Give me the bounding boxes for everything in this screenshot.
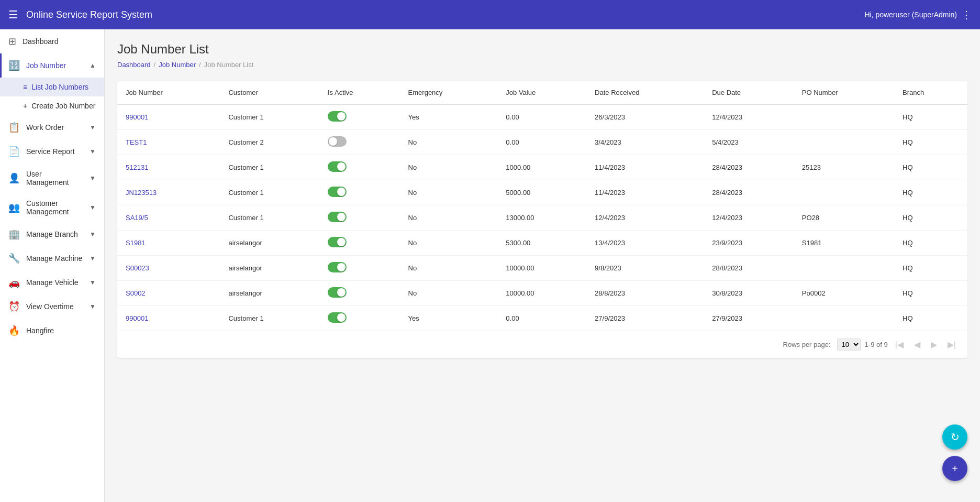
chevron-up-icon: ▲ — [90, 62, 96, 69]
job-number-link[interactable]: TEST1 — [126, 138, 147, 146]
due-date-cell: 28/8/2023 — [704, 256, 794, 281]
due-date-cell: 12/4/2023 — [704, 205, 794, 231]
pagination-range: 1-9 of 9 — [865, 341, 888, 348]
job-number-link[interactable]: JN123513 — [126, 189, 157, 197]
emergency-cell: No — [400, 155, 498, 180]
job-value-cell: 5000.00 — [497, 180, 586, 205]
sidebar-item-service-report[interactable]: 📄 Service Report ▼ — [0, 139, 104, 163]
job-number-link[interactable]: S1981 — [126, 239, 146, 247]
layout: ⊞ Dashboard 🔢 Job Number ▲ ≡ List Job Nu… — [0, 29, 980, 502]
topbar: ☰ Online Service Report System Hi, power… — [0, 0, 980, 29]
chevron-down-icon: ▼ — [90, 303, 96, 310]
is-active-toggle[interactable] — [328, 312, 347, 323]
col-date-received: Date Received — [586, 81, 704, 104]
sidebar-item-label: Service Report — [26, 147, 75, 156]
manage-branch-icon: 🏢 — [8, 228, 20, 240]
is-active-toggle[interactable] — [328, 237, 347, 247]
sidebar-item-work-order[interactable]: 📋 Work Order ▼ — [0, 115, 104, 139]
is-active-cell — [319, 104, 400, 130]
is-active-toggle[interactable] — [328, 136, 347, 147]
pagination-last-button[interactable]: ▶| — [944, 337, 959, 352]
sidebar-item-manage-branch[interactable]: 🏢 Manage Branch ▼ — [0, 222, 104, 246]
col-emergency: Emergency — [400, 81, 498, 104]
job-number-link[interactable]: SA19/5 — [126, 214, 148, 222]
page-title: Job Number List — [117, 42, 967, 57]
user-greeting: Hi, poweruser (SuperAdmin) — [864, 10, 957, 19]
sidebar-item-view-overtime[interactable]: ⏰ View Overtime ▼ — [0, 294, 104, 319]
sidebar-item-manage-vehicle[interactable]: 🚗 Manage Vehicle ▼ — [0, 270, 104, 294]
topbar-menu-icon[interactable]: ⋮ — [961, 8, 972, 21]
rows-per-page-select[interactable]: 10 25 50 — [837, 339, 861, 351]
due-date-cell: 28/4/2023 — [704, 155, 794, 180]
chevron-down-icon: ▼ — [90, 279, 96, 286]
sidebar-item-hangfire[interactable]: 🔥 Hangfire — [0, 319, 104, 343]
branch-cell: HQ — [894, 180, 967, 205]
breadcrumb-job-number[interactable]: Job Number — [159, 61, 196, 69]
col-job-value: Job Value — [497, 81, 586, 104]
pagination-next-button[interactable]: ▶ — [928, 337, 940, 352]
emergency-cell: No — [400, 256, 498, 281]
job-number-link[interactable]: 512131 — [126, 163, 148, 171]
breadcrumb-sep-1: / — [154, 61, 156, 69]
sidebar-sub-item-create-job-number[interactable]: + Create Job Number — [0, 96, 104, 115]
customer-cell: airselangor — [220, 231, 319, 256]
branch-cell: HQ — [894, 104, 967, 130]
col-branch: Branch — [894, 81, 967, 104]
is-active-toggle[interactable] — [328, 287, 347, 298]
customer-cell: Customer 1 — [220, 155, 319, 180]
sidebar-item-label: Manage Vehicle — [26, 278, 79, 287]
hangfire-icon: 🔥 — [8, 325, 20, 336]
manage-vehicle-icon: 🚗 — [8, 277, 20, 288]
hamburger-icon[interactable]: ☰ — [8, 8, 18, 21]
list-icon: ≡ — [23, 83, 27, 91]
sidebar-item-dashboard[interactable]: ⊞ Dashboard — [0, 29, 104, 53]
date-received-cell: 26/3/2023 — [586, 104, 704, 130]
is-active-toggle[interactable] — [328, 161, 347, 172]
is-active-toggle[interactable] — [328, 187, 347, 197]
due-date-cell: 12/4/2023 — [704, 104, 794, 130]
pagination-first-button[interactable]: |◀ — [892, 337, 907, 352]
table-row: SA19/5Customer 1No13000.0012/4/202312/4/… — [117, 205, 967, 231]
branch-cell: HQ — [894, 205, 967, 231]
sidebar-item-customer-management[interactable]: 👥 Customer Management ▼ — [0, 193, 104, 222]
emergency-cell: No — [400, 231, 498, 256]
app-title: Online Service Report System — [26, 9, 152, 20]
job-number-link[interactable]: 990001 — [126, 113, 148, 121]
pagination-prev-button[interactable]: ◀ — [911, 337, 923, 352]
add-fab-button[interactable]: + — [942, 456, 967, 481]
sidebar-item-job-number[interactable]: 🔢 Job Number ▲ — [0, 53, 104, 78]
po-number-cell — [794, 104, 894, 130]
emergency-cell: No — [400, 205, 498, 231]
sidebar-item-label: Manage Branch — [26, 230, 78, 238]
is-active-toggle[interactable] — [328, 262, 347, 272]
job-number-link[interactable]: 990001 — [126, 314, 148, 322]
table-header-row: Job Number Customer Is Active Emergency … — [117, 81, 967, 104]
due-date-cell: 23/9/2023 — [704, 231, 794, 256]
job-number-link[interactable]: S00023 — [126, 264, 149, 272]
is-active-toggle[interactable] — [328, 111, 347, 122]
refresh-fab-button[interactable]: ↻ — [942, 424, 967, 450]
sidebar-item-label: Work Order — [26, 123, 64, 132]
sidebar-item-user-management[interactable]: 👤 User Management ▼ — [0, 163, 104, 193]
sidebar-item-label: Manage Machine — [26, 254, 82, 263]
po-number-cell — [794, 180, 894, 205]
sidebar-item-label: Hangfire — [26, 326, 54, 335]
is-active-toggle[interactable] — [328, 212, 347, 222]
date-received-cell: 27/9/2023 — [586, 306, 704, 331]
breadcrumb-sep-2: / — [199, 61, 201, 69]
sidebar-item-label: Customer Management — [26, 199, 83, 216]
customer-cell: Customer 1 — [220, 180, 319, 205]
main-content: Job Number List Dashboard / Job Number /… — [105, 29, 980, 502]
po-number-cell: S1981 — [794, 231, 894, 256]
view-overtime-icon: ⏰ — [8, 301, 20, 312]
sidebar-item-manage-machine[interactable]: 🔧 Manage Machine ▼ — [0, 246, 104, 270]
job-value-cell: 0.00 — [497, 306, 586, 331]
col-is-active: Is Active — [319, 81, 400, 104]
customer-cell: airselangor — [220, 281, 319, 306]
is-active-cell — [319, 205, 400, 231]
breadcrumb-dashboard[interactable]: Dashboard — [117, 61, 151, 69]
job-number-link[interactable]: S0002 — [126, 289, 146, 297]
date-received-cell: 9/8/2023 — [586, 256, 704, 281]
sidebar-sub-item-list-job-numbers[interactable]: ≡ List Job Numbers — [0, 78, 104, 96]
emergency-cell: Yes — [400, 104, 498, 130]
